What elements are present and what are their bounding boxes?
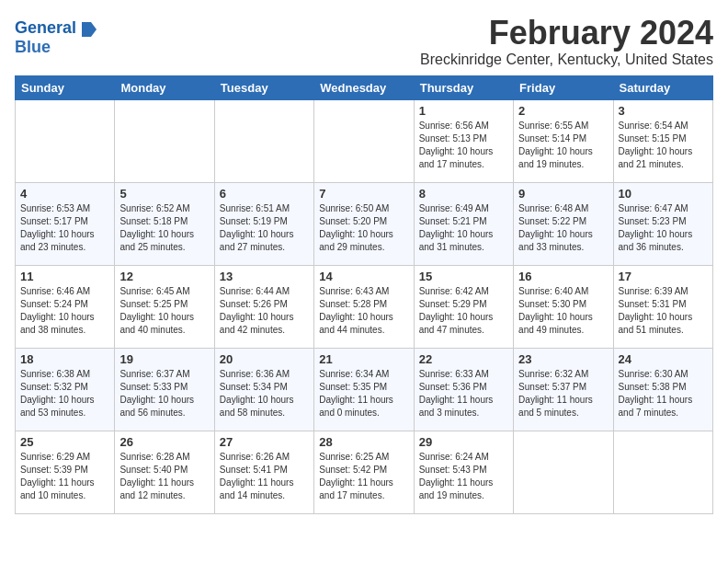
- calendar-week-5: 25Sunrise: 6:29 AM Sunset: 5:39 PM Dayli…: [16, 431, 713, 513]
- day-number: 13: [220, 270, 309, 283]
- day-info: Sunrise: 6:42 AM Sunset: 5:29 PM Dayligh…: [419, 285, 508, 337]
- calendar-cell: 17Sunrise: 6:39 AM Sunset: 5:31 PM Dayli…: [613, 265, 712, 348]
- calendar-cell: [214, 99, 313, 182]
- day-number: 28: [319, 435, 408, 449]
- day-number: 7: [319, 187, 408, 201]
- day-info: Sunrise: 6:51 AM Sunset: 5:19 PM Dayligh…: [220, 202, 309, 254]
- day-info: Sunrise: 6:32 AM Sunset: 5:37 PM Dayligh…: [518, 368, 608, 419]
- calendar-cell: 18Sunrise: 6:38 AM Sunset: 5:32 PM Dayli…: [16, 348, 115, 431]
- day-info: Sunrise: 6:44 AM Sunset: 5:26 PM Dayligh…: [220, 285, 309, 337]
- day-number: 9: [518, 187, 608, 201]
- day-info: Sunrise: 6:28 AM Sunset: 5:40 PM Dayligh…: [119, 451, 209, 502]
- calendar-cell: [314, 99, 414, 182]
- day-number: 20: [220, 352, 309, 366]
- calendar-cell: 27Sunrise: 6:26 AM Sunset: 5:41 PM Dayli…: [214, 431, 313, 513]
- calendar-cell: 19Sunrise: 6:37 AM Sunset: 5:33 PM Dayli…: [115, 348, 214, 431]
- calendar-cell: 12Sunrise: 6:45 AM Sunset: 5:25 PM Dayli…: [115, 265, 214, 348]
- calendar-cell: 9Sunrise: 6:48 AM Sunset: 5:22 PM Daylig…: [514, 182, 613, 265]
- header-row: Sunday Monday Tuesday Wednesday Thursday…: [16, 75, 713, 99]
- day-info: Sunrise: 6:52 AM Sunset: 5:18 PM Dayligh…: [119, 202, 209, 254]
- calendar-cell: 1Sunrise: 6:56 AM Sunset: 5:13 PM Daylig…: [414, 99, 513, 182]
- day-number: 10: [619, 187, 708, 201]
- calendar-cell: 10Sunrise: 6:47 AM Sunset: 5:23 PM Dayli…: [613, 182, 712, 265]
- day-number: 14: [319, 270, 408, 283]
- calendar-cell: 5Sunrise: 6:52 AM Sunset: 5:18 PM Daylig…: [115, 182, 214, 265]
- day-number: 27: [220, 435, 309, 449]
- calendar-cell: 14Sunrise: 6:43 AM Sunset: 5:28 PM Dayli…: [314, 265, 414, 348]
- logo-blue: Blue: [15, 38, 51, 56]
- calendar-cell: 15Sunrise: 6:42 AM Sunset: 5:29 PM Dayli…: [414, 265, 513, 348]
- day-number: 29: [419, 435, 508, 449]
- day-info: Sunrise: 6:30 AM Sunset: 5:38 PM Dayligh…: [619, 368, 708, 419]
- calendar-cell: 16Sunrise: 6:40 AM Sunset: 5:30 PM Dayli…: [514, 265, 613, 348]
- day-number: 21: [319, 352, 408, 366]
- calendar-cell: 20Sunrise: 6:36 AM Sunset: 5:34 PM Dayli…: [214, 348, 313, 431]
- calendar-cell: [115, 99, 214, 182]
- calendar-cell: 4Sunrise: 6:53 AM Sunset: 5:17 PM Daylig…: [16, 182, 115, 265]
- header-info: February 2024 Breckinridge Center, Kentu…: [15, 15, 713, 68]
- col-monday: Monday: [115, 75, 214, 99]
- day-info: Sunrise: 6:48 AM Sunset: 5:22 PM Dayligh…: [518, 202, 608, 254]
- day-number: 2: [518, 104, 608, 118]
- calendar-cell: 23Sunrise: 6:32 AM Sunset: 5:37 PM Dayli…: [514, 348, 613, 431]
- day-number: 15: [419, 270, 508, 283]
- day-number: 11: [20, 270, 109, 283]
- day-info: Sunrise: 6:55 AM Sunset: 5:14 PM Dayligh…: [518, 120, 608, 171]
- day-info: Sunrise: 6:33 AM Sunset: 5:36 PM Dayligh…: [419, 368, 508, 419]
- col-friday: Friday: [514, 75, 613, 99]
- day-info: Sunrise: 6:45 AM Sunset: 5:25 PM Dayligh…: [119, 285, 209, 337]
- day-info: Sunrise: 6:56 AM Sunset: 5:13 PM Dayligh…: [419, 120, 508, 171]
- day-number: 16: [518, 270, 608, 283]
- day-number: 8: [419, 187, 508, 201]
- calendar-cell: 28Sunrise: 6:25 AM Sunset: 5:42 PM Dayli…: [314, 431, 414, 513]
- logo-general: General: [15, 18, 76, 37]
- calendar-cell: 2Sunrise: 6:55 AM Sunset: 5:14 PM Daylig…: [514, 99, 613, 182]
- day-info: Sunrise: 6:46 AM Sunset: 5:24 PM Dayligh…: [20, 285, 109, 337]
- day-info: Sunrise: 6:26 AM Sunset: 5:41 PM Dayligh…: [220, 451, 309, 502]
- calendar-cell: [613, 431, 712, 513]
- day-number: 6: [220, 187, 309, 201]
- col-tuesday: Tuesday: [214, 75, 313, 99]
- day-number: 4: [20, 187, 109, 201]
- calendar-cell: 13Sunrise: 6:44 AM Sunset: 5:26 PM Dayli…: [214, 265, 313, 348]
- location-subtitle: Breckinridge Center, Kentucky, United St…: [15, 52, 713, 68]
- col-sunday: Sunday: [16, 75, 115, 99]
- day-number: 22: [419, 352, 508, 366]
- calendar-cell: [16, 99, 115, 182]
- calendar-cell: 3Sunrise: 6:54 AM Sunset: 5:15 PM Daylig…: [613, 99, 712, 182]
- day-info: Sunrise: 6:38 AM Sunset: 5:32 PM Dayligh…: [20, 368, 109, 419]
- logo-icon: [82, 22, 97, 37]
- day-number: 25: [20, 435, 109, 449]
- calendar-cell: 21Sunrise: 6:34 AM Sunset: 5:35 PM Dayli…: [314, 348, 414, 431]
- day-info: Sunrise: 6:47 AM Sunset: 5:23 PM Dayligh…: [619, 202, 708, 254]
- logo: General Blue: [15, 18, 97, 57]
- day-info: Sunrise: 6:54 AM Sunset: 5:15 PM Dayligh…: [619, 120, 708, 171]
- calendar-cell: 24Sunrise: 6:30 AM Sunset: 5:38 PM Dayli…: [613, 348, 712, 431]
- day-number: 19: [119, 352, 209, 366]
- calendar-cell: 6Sunrise: 6:51 AM Sunset: 5:19 PM Daylig…: [214, 182, 313, 265]
- calendar-week-2: 4Sunrise: 6:53 AM Sunset: 5:17 PM Daylig…: [16, 182, 713, 265]
- day-info: Sunrise: 6:49 AM Sunset: 5:21 PM Dayligh…: [419, 202, 508, 254]
- calendar-cell: 22Sunrise: 6:33 AM Sunset: 5:36 PM Dayli…: [414, 348, 513, 431]
- calendar-cell: 7Sunrise: 6:50 AM Sunset: 5:20 PM Daylig…: [314, 182, 414, 265]
- svg-marker-0: [82, 22, 97, 37]
- day-info: Sunrise: 6:53 AM Sunset: 5:17 PM Dayligh…: [20, 202, 109, 254]
- calendar-body: 1Sunrise: 6:56 AM Sunset: 5:13 PM Daylig…: [16, 99, 713, 513]
- day-info: Sunrise: 6:39 AM Sunset: 5:31 PM Dayligh…: [619, 285, 708, 337]
- day-info: Sunrise: 6:43 AM Sunset: 5:28 PM Dayligh…: [319, 285, 408, 337]
- calendar-cell: 8Sunrise: 6:49 AM Sunset: 5:21 PM Daylig…: [414, 182, 513, 265]
- calendar-week-3: 11Sunrise: 6:46 AM Sunset: 5:24 PM Dayli…: [16, 265, 713, 348]
- day-info: Sunrise: 6:40 AM Sunset: 5:30 PM Dayligh…: [518, 285, 608, 337]
- day-number: 3: [619, 104, 708, 118]
- calendar-cell: 29Sunrise: 6:24 AM Sunset: 5:43 PM Dayli…: [414, 431, 513, 513]
- day-info: Sunrise: 6:24 AM Sunset: 5:43 PM Dayligh…: [419, 451, 508, 502]
- day-number: 18: [20, 352, 109, 366]
- day-info: Sunrise: 6:50 AM Sunset: 5:20 PM Dayligh…: [319, 202, 408, 254]
- day-info: Sunrise: 6:36 AM Sunset: 5:34 PM Dayligh…: [220, 368, 309, 419]
- calendar-cell: 11Sunrise: 6:46 AM Sunset: 5:24 PM Dayli…: [16, 265, 115, 348]
- calendar-week-4: 18Sunrise: 6:38 AM Sunset: 5:32 PM Dayli…: [16, 348, 713, 431]
- day-number: 17: [619, 270, 708, 283]
- calendar-cell: 25Sunrise: 6:29 AM Sunset: 5:39 PM Dayli…: [16, 431, 115, 513]
- day-info: Sunrise: 6:34 AM Sunset: 5:35 PM Dayligh…: [319, 368, 408, 419]
- calendar-week-1: 1Sunrise: 6:56 AM Sunset: 5:13 PM Daylig…: [16, 99, 713, 182]
